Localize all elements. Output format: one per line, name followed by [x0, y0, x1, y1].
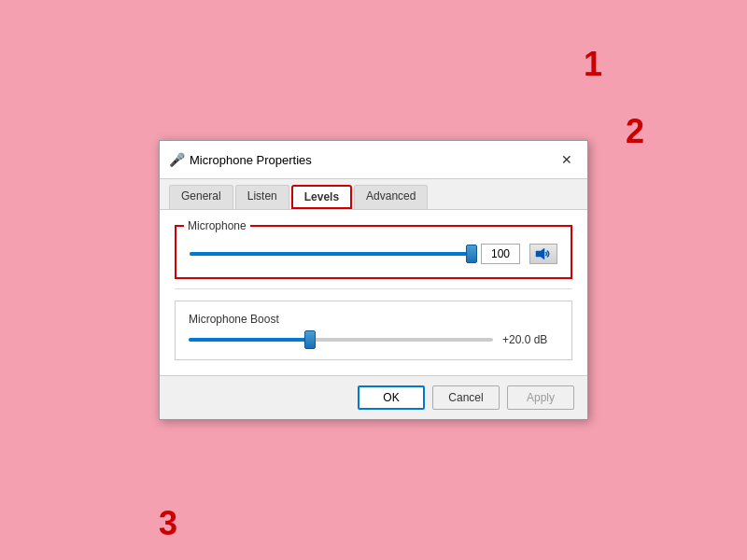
microphone-boost-slider-track[interactable] — [189, 338, 493, 342]
svg-marker-0 — [536, 248, 544, 259]
microphone-boost-label: Microphone Boost — [189, 313, 558, 326]
section-divider — [175, 288, 572, 289]
microphone-slider-thumb[interactable] — [466, 245, 477, 263]
microphone-slider-row — [190, 244, 557, 264]
dialog-icon: 🎤 — [169, 152, 184, 167]
apply-button[interactable]: Apply — [507, 385, 574, 410]
tab-levels[interactable]: Levels — [291, 185, 352, 209]
close-button[interactable]: ✕ — [556, 148, 578, 171]
microphone-boost-slider-fill — [189, 338, 310, 342]
tab-content-levels: Microphone Microphone Boost — [160, 209, 587, 375]
cancel-button[interactable]: Cancel — [432, 385, 500, 410]
tab-bar: General Listen Levels Advanced — [160, 179, 587, 209]
microphone-slider-track[interactable] — [190, 252, 472, 256]
annotation-3: 3 — [159, 504, 177, 543]
microphone-slider-fill — [190, 252, 472, 256]
annotation-2: 2 — [626, 112, 644, 151]
microphone-boost-slider-row: +20.0 dB — [189, 333, 558, 346]
dialog-title: Microphone Properties — [190, 153, 556, 167]
microphone-boost-section: Microphone Boost +20.0 dB — [175, 301, 572, 360]
microphone-properties-dialog: 🎤 Microphone Properties ✕ General Listen… — [159, 140, 588, 420]
dialog-footer: OK Cancel Apply — [160, 375, 587, 419]
tab-advanced[interactable]: Advanced — [354, 185, 428, 209]
microphone-boost-slider-thumb[interactable] — [304, 330, 316, 349]
microphone-boost-value: +20.0 dB — [502, 333, 558, 346]
microphone-mute-button[interactable] — [529, 244, 557, 264]
tab-general[interactable]: General — [169, 185, 233, 209]
annotation-1: 1 — [584, 45, 602, 84]
microphone-value-input[interactable] — [481, 244, 520, 264]
tab-listen[interactable]: Listen — [235, 185, 289, 209]
speaker-icon — [535, 247, 552, 260]
titlebar: 🎤 Microphone Properties ✕ — [160, 141, 587, 179]
microphone-section: Microphone — [175, 225, 572, 279]
ok-button[interactable]: OK — [358, 385, 425, 410]
microphone-section-label: Microphone — [184, 219, 250, 232]
